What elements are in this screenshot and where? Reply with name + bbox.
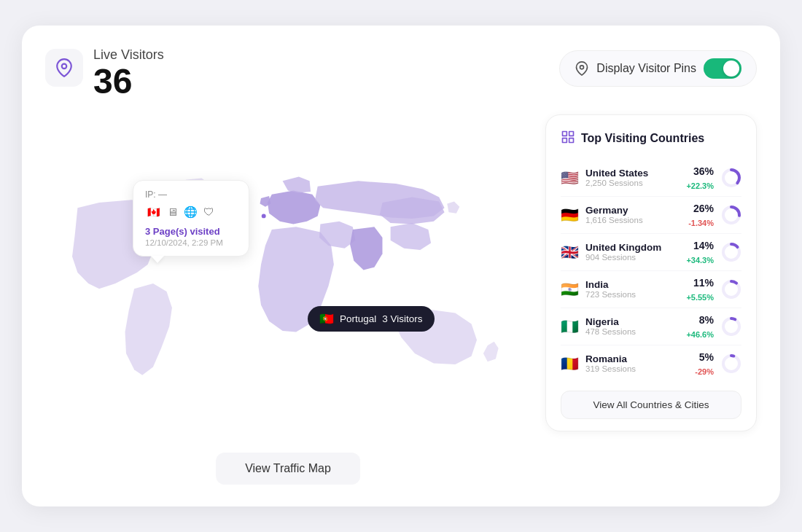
country-donut-4 <box>721 316 741 337</box>
live-visitors-count: 36 <box>93 63 164 101</box>
display-pins-label: Display Visitor Pins <box>596 62 696 75</box>
view-traffic-button[interactable]: View Traffic Map <box>216 453 360 485</box>
country-row: 🇺🇸 United States 2,250 Sessions 36% +22.… <box>561 160 741 197</box>
toggle-knob <box>723 60 739 77</box>
country-info-3: India 723 Sessions <box>585 279 679 299</box>
svg-rect-5 <box>569 138 574 142</box>
country-donut-5 <box>721 353 741 374</box>
country-info-2: United Kingdom 904 Sessions <box>585 242 679 262</box>
country-sessions-5: 319 Sessions <box>585 364 688 373</box>
display-pins-block: Display Visitor Pins <box>559 50 757 87</box>
country-flag-3: 🇮🇳 <box>561 281 578 298</box>
display-pin-icon <box>575 61 589 76</box>
country-row: 🇷🇴 Romania 319 Sessions 5% -29% <box>561 345 741 382</box>
tooltip-timestamp: 12/10/2024, 2:29 PM <box>145 238 237 247</box>
country-percent-2: 14% <box>693 240 714 251</box>
country-percent-4: 8% <box>699 314 714 326</box>
tooltip-device-icon: 🖥 <box>167 206 178 218</box>
body-row: IP: — 🇨🇦 🖥 🌐 🛡 3 Page(s) visited 12/10/2… <box>45 114 757 485</box>
country-name-5: Romania <box>585 353 688 364</box>
country-stats-4: 8% +46.6% <box>686 314 714 339</box>
tooltip-pages: 3 Page(s) visited <box>145 226 237 237</box>
tooltip-icons-row: 🇨🇦 🖥 🌐 🛡 <box>145 204 237 220</box>
country-row: 🇬🇧 United Kingdom 904 Sessions 14% +34.3… <box>561 234 741 271</box>
country-sessions-1: 1,616 Sessions <box>585 216 681 224</box>
svg-point-1 <box>580 66 584 69</box>
country-flag-1: 🇩🇪 <box>561 206 578 224</box>
country-percent-5: 5% <box>699 351 714 363</box>
country-row: 🇳🇬 Nigeria 478 Sessions 8% +46.6% <box>561 308 741 345</box>
portugal-visitors: 3 Visitors <box>382 313 422 324</box>
country-change-5: -29% <box>695 367 714 376</box>
country-donut-3 <box>721 279 741 300</box>
live-visitors-label: Live Visitors <box>93 47 164 63</box>
country-percent-0: 36% <box>693 165 714 177</box>
country-info-4: Nigeria 478 Sessions <box>585 316 679 336</box>
svg-rect-3 <box>563 131 567 136</box>
country-stats-0: 36% +22.3% <box>686 165 714 190</box>
portugal-name: Portugal <box>340 313 376 324</box>
country-stats-1: 26% -1.34% <box>688 203 714 227</box>
country-donut-0 <box>721 168 741 188</box>
right-panel: Top Visiting Countries 🇺🇸 United States … <box>545 114 757 431</box>
country-change-0: +22.3% <box>686 181 714 190</box>
country-name-4: Nigeria <box>585 316 679 327</box>
panel-title: Top Visiting Countries <box>581 132 704 145</box>
live-visitors-text: Live Visitors 36 <box>93 47 164 101</box>
country-donut-1 <box>721 205 741 225</box>
country-stats-5: 5% -29% <box>695 351 714 376</box>
header-row: Live Visitors 36 Display Visitor Pins <box>45 47 757 101</box>
country-name-0: United States <box>585 168 679 179</box>
country-sessions-2: 904 Sessions <box>585 253 679 262</box>
country-sessions-3: 723 Sessions <box>585 290 679 299</box>
country-flag-4: 🇳🇬 <box>561 318 578 335</box>
country-change-4: +46.6% <box>686 330 714 339</box>
panel-icon <box>561 130 575 148</box>
main-card: Live Visitors 36 Display Visitor Pins <box>22 26 780 506</box>
map-tooltip: IP: — 🇨🇦 🖥 🌐 🛡 3 Page(s) visited 12/10/2… <box>133 180 249 257</box>
view-all-button[interactable]: View All Countries & Cities <box>561 391 741 419</box>
map-area: IP: — 🇨🇦 🖥 🌐 🛡 3 Page(s) visited 12/10/2… <box>45 114 531 485</box>
tooltip-ip: IP: — <box>145 189 237 200</box>
svg-point-0 <box>62 64 67 69</box>
portugal-pill: 🇵🇹 Portugal 3 Visitors <box>308 306 435 332</box>
countries-list: 🇺🇸 United States 2,250 Sessions 36% +22.… <box>561 160 741 382</box>
country-flag-2: 🇬🇧 <box>561 243 578 261</box>
pin-icon <box>45 49 83 87</box>
country-name-2: United Kingdom <box>585 242 679 253</box>
country-sessions-4: 478 Sessions <box>585 327 679 336</box>
country-name-1: Germany <box>585 205 681 216</box>
svg-point-15 <box>723 318 739 335</box>
world-map-svg <box>45 114 531 485</box>
country-percent-3: 11% <box>693 277 714 289</box>
country-info-5: Romania 319 Sessions <box>585 353 688 373</box>
country-sessions-0: 2,250 Sessions <box>585 179 679 187</box>
country-flag-5: 🇷🇴 <box>561 355 578 372</box>
tooltip-shield-icon: 🛡 <box>203 206 214 218</box>
tooltip-flag: 🇨🇦 <box>145 204 161 220</box>
country-stats-2: 14% +34.3% <box>686 240 714 265</box>
country-change-1: -1.34% <box>688 219 714 227</box>
country-info-0: United States 2,250 Sessions <box>585 168 679 187</box>
panel-header: Top Visiting Countries <box>561 130 741 148</box>
country-percent-1: 26% <box>693 203 714 214</box>
country-stats-3: 11% +5.55% <box>686 277 714 302</box>
country-change-2: +34.3% <box>686 256 714 265</box>
country-name-3: India <box>585 279 679 290</box>
country-donut-2 <box>721 242 741 262</box>
country-flag-0: 🇺🇸 <box>561 169 578 187</box>
svg-rect-6 <box>563 138 567 142</box>
svg-rect-4 <box>569 131 574 136</box>
country-row: 🇮🇳 India 723 Sessions 11% +5.55% <box>561 271 741 308</box>
svg-point-17 <box>723 356 739 372</box>
country-info-1: Germany 1,616 Sessions <box>585 205 681 224</box>
portugal-flag: 🇵🇹 <box>319 312 334 326</box>
country-row: 🇩🇪 Germany 1,616 Sessions 26% -1.34% <box>561 197 741 234</box>
live-visitors-block: Live Visitors 36 <box>45 47 164 101</box>
country-change-3: +5.55% <box>686 293 714 302</box>
svg-point-2 <box>262 214 266 218</box>
tooltip-browser-icon: 🌐 <box>184 206 198 219</box>
toggle-display-pins[interactable] <box>704 58 741 79</box>
